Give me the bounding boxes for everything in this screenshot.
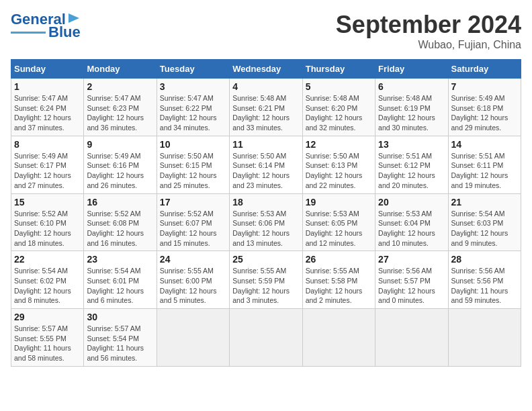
- day-cell-23: 23 Sunrise: 5:54 AMSunset: 6:01 PMDaylig…: [84, 251, 157, 309]
- day-cell-1: 1 Sunrise: 5:47 AMSunset: 6:24 PMDayligh…: [11, 79, 84, 136]
- page-header: General Blue September 2024 Wubao, Fujia…: [11, 11, 521, 51]
- day-cell-3: 3 Sunrise: 5:47 AMSunset: 6:22 PMDayligh…: [157, 79, 229, 136]
- calendar-table: Sunday Monday Tuesday Wednesday Thursday…: [11, 59, 521, 367]
- table-row: 1 Sunrise: 5:47 AMSunset: 6:24 PMDayligh…: [11, 79, 521, 136]
- day-cell-25: 25 Sunrise: 5:55 AMSunset: 5:59 PMDaylig…: [230, 251, 302, 309]
- col-wednesday: Wednesday: [230, 60, 302, 79]
- day-cell-16: 16 Sunrise: 5:52 AMSunset: 6:08 PMDaylig…: [84, 193, 157, 251]
- day-cell-empty-1: [157, 309, 229, 367]
- day-cell-19: 19 Sunrise: 5:53 AMSunset: 6:05 PMDaylig…: [302, 193, 375, 251]
- day-cell-30: 30 Sunrise: 5:57 AMSunset: 5:54 PMDaylig…: [84, 309, 157, 367]
- day-cell-14: 14 Sunrise: 5:51 AMSunset: 6:11 PMDaylig…: [448, 136, 521, 193]
- day-cell-empty-2: [230, 309, 302, 367]
- col-thursday: Thursday: [302, 60, 375, 79]
- day-cell-18: 18 Sunrise: 5:53 AMSunset: 6:06 PMDaylig…: [230, 193, 302, 251]
- day-cell-4: 4 Sunrise: 5:48 AMSunset: 6:21 PMDayligh…: [230, 79, 302, 136]
- day-cell-15: 15 Sunrise: 5:52 AMSunset: 6:10 PMDaylig…: [11, 193, 84, 251]
- day-cell-9: 9 Sunrise: 5:49 AMSunset: 6:16 PMDayligh…: [84, 136, 157, 193]
- day-cell-6: 6 Sunrise: 5:48 AMSunset: 6:19 PMDayligh…: [375, 79, 448, 136]
- day-cell-12: 12 Sunrise: 5:50 AMSunset: 6:13 PMDaylig…: [302, 136, 375, 193]
- day-cell-empty-3: [302, 309, 375, 367]
- day-cell-8: 8 Sunrise: 5:49 AMSunset: 6:17 PMDayligh…: [11, 136, 84, 193]
- table-row: 29 Sunrise: 5:57 AMSunset: 5:55 PMDaylig…: [11, 309, 521, 367]
- day-cell-20: 20 Sunrise: 5:53 AMSunset: 6:04 PMDaylig…: [375, 193, 448, 251]
- day-cell-empty-4: [375, 309, 448, 367]
- logo-text-blue: Blue: [48, 24, 81, 40]
- day-cell-22: 22 Sunrise: 5:54 AMSunset: 6:02 PMDaylig…: [11, 251, 84, 309]
- table-row: 8 Sunrise: 5:49 AMSunset: 6:17 PMDayligh…: [11, 136, 521, 193]
- day-cell-13: 13 Sunrise: 5:51 AMSunset: 6:12 PMDaylig…: [375, 136, 448, 193]
- day-cell-27: 27 Sunrise: 5:56 AMSunset: 5:57 PMDaylig…: [375, 251, 448, 309]
- day-cell-24: 24 Sunrise: 5:55 AMSunset: 6:00 PMDaylig…: [157, 251, 229, 309]
- day-cell-29: 29 Sunrise: 5:57 AMSunset: 5:55 PMDaylig…: [11, 309, 84, 367]
- col-tuesday: Tuesday: [157, 60, 229, 79]
- day-cell-10: 10 Sunrise: 5:50 AMSunset: 6:15 PMDaylig…: [157, 136, 229, 193]
- col-friday: Friday: [375, 60, 448, 79]
- day-cell-17: 17 Sunrise: 5:52 AMSunset: 6:07 PMDaylig…: [157, 193, 229, 251]
- col-monday: Monday: [84, 60, 157, 79]
- table-row: 15 Sunrise: 5:52 AMSunset: 6:10 PMDaylig…: [11, 193, 521, 251]
- day-cell-5: 5 Sunrise: 5:48 AMSunset: 6:20 PMDayligh…: [302, 79, 375, 136]
- day-cell-empty-5: [448, 309, 521, 367]
- day-cell-26: 26 Sunrise: 5:55 AMSunset: 5:58 PMDaylig…: [302, 251, 375, 309]
- col-saturday: Saturday: [448, 60, 521, 79]
- day-cell-11: 11 Sunrise: 5:50 AMSunset: 6:14 PMDaylig…: [230, 136, 302, 193]
- title-block: September 2024 Wubao, Fujian, China: [336, 11, 521, 51]
- day-cell-28: 28 Sunrise: 5:56 AMSunset: 5:56 PMDaylig…: [448, 251, 521, 309]
- table-row: 22 Sunrise: 5:54 AMSunset: 6:02 PMDaylig…: [11, 251, 521, 309]
- svg-marker-0: [69, 13, 79, 23]
- col-sunday: Sunday: [11, 60, 84, 79]
- day-cell-7: 7 Sunrise: 5:49 AMSunset: 6:18 PMDayligh…: [448, 79, 521, 136]
- day-cell-21: 21 Sunrise: 5:54 AMSunset: 6:03 PMDaylig…: [448, 193, 521, 251]
- day-cell-2: 2 Sunrise: 5:47 AMSunset: 6:23 PMDayligh…: [84, 79, 157, 136]
- logo: General Blue: [11, 11, 82, 40]
- location-subtitle: Wubao, Fujian, China: [336, 39, 521, 51]
- month-year-title: September 2024: [336, 11, 521, 39]
